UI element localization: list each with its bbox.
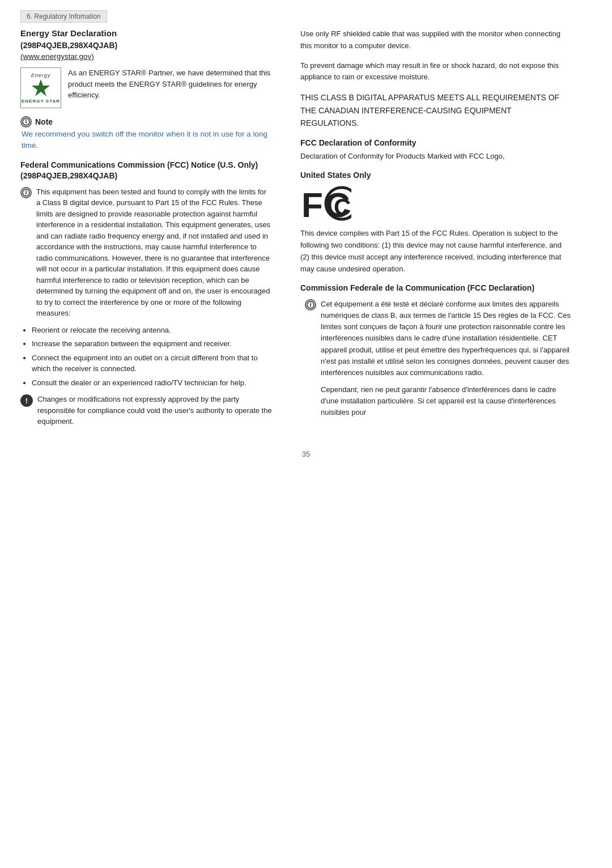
- svg-marker-0: [32, 79, 50, 96]
- note-section: Note We recommend you switch off the mon…: [20, 116, 272, 152]
- warning-item: ! Changes or modifications not expressly…: [20, 394, 272, 427]
- energy-star-logo: Energy ENERGY STAR: [20, 67, 61, 108]
- energy-star-logo-top: Energy: [31, 73, 51, 78]
- french-fcc-text: Cet équipement a été testé et déclaré co…: [321, 299, 571, 378]
- french-followup-text: Cependant, rien ne peut garantir l'absen…: [321, 384, 571, 418]
- bullet-item-3: Connect the equipment into an outlet on …: [32, 352, 272, 375]
- fcc-bullet-list: Reorient or relocate the receiving anten…: [20, 325, 272, 389]
- french-fcc-item: Cet équipement a été testé et déclaré co…: [300, 299, 571, 378]
- left-column: Energy Star Declaration (298P4QJEB,298X4…: [0, 28, 289, 433]
- svg-text:C: C: [334, 194, 351, 220]
- energy-star-block: Energy ENERGY STAR As an ENERGY STAR® Pa…: [20, 67, 272, 108]
- page-number: 35: [0, 450, 612, 458]
- warning-icon: !: [20, 394, 33, 407]
- breadcrumb: 6. Regulatory Infomation: [20, 10, 107, 23]
- canadian-requirements-text: THIS CLASS B DIGITAL APPARATUS MEETS ALL…: [300, 91, 571, 129]
- note-symbol: [22, 118, 30, 126]
- fcc-conformity-text: Declaration of Conformity for Products M…: [300, 151, 571, 163]
- energy-star-text: As an ENERGY STAR® Partner, we have dete…: [68, 67, 272, 101]
- french-fcc-icon: [305, 299, 316, 310]
- fcc-icon-1: [20, 187, 32, 198]
- fcc-logo: F C C: [300, 184, 571, 221]
- fcc-conformity-title: FCC Declaration of Conformity: [300, 138, 571, 147]
- model-numbers: (298P4QJEB,298X4QJAB): [20, 41, 272, 50]
- french-fcc-symbol: [307, 301, 314, 309]
- bullet-item-4: Consult the dealer or an experienced rad…: [32, 377, 272, 389]
- fcc-main-item: This equipment has been tested and found…: [20, 186, 272, 319]
- bullet-item-1: Reorient or relocate the receiving anten…: [32, 325, 272, 336]
- fcc-logo-svg: F C C: [300, 184, 351, 221]
- moisture-para: To prevent damage which may result in fi…: [300, 60, 571, 84]
- fcc-device-text: This device complies with Part 15 of the…: [300, 228, 571, 275]
- french-fcc-title: Commission Federale de la Communication …: [300, 283, 571, 294]
- fcc-symbol: [22, 189, 30, 197]
- fcc-main-text: This equipment has been tested and found…: [36, 186, 272, 319]
- warning-text: Changes or modifications not expressly a…: [37, 394, 272, 427]
- energy-star-link[interactable]: (www.energystar.gov): [20, 52, 272, 61]
- section-title: Energy Star Declaration: [20, 28, 272, 38]
- energy-star-label: ENERGY STAR: [22, 99, 60, 104]
- note-header: Note: [20, 116, 272, 127]
- svg-text:F: F: [301, 185, 323, 221]
- svg-rect-6: [26, 190, 27, 192]
- bullet-item-2: Increase the separation between the equi…: [32, 338, 272, 350]
- note-icon: [20, 116, 32, 127]
- fcc-notice-title: Federal Communications Commission (FCC) …: [20, 160, 272, 182]
- us-only-title: United States Only: [300, 171, 571, 180]
- rf-shielded-para: Use only RF shielded cable that was supp…: [300, 28, 571, 52]
- svg-rect-13: [310, 303, 311, 304]
- note-text: We recommend you switch off the monitor …: [22, 129, 272, 152]
- energy-star-graphic: [31, 78, 51, 97]
- note-title: Note: [35, 117, 53, 126]
- svg-rect-2: [26, 121, 27, 124]
- right-column: Use only RF shielded cable that was supp…: [289, 28, 592, 433]
- svg-rect-5: [26, 192, 27, 194]
- svg-rect-3: [26, 120, 27, 121]
- svg-rect-12: [310, 304, 311, 307]
